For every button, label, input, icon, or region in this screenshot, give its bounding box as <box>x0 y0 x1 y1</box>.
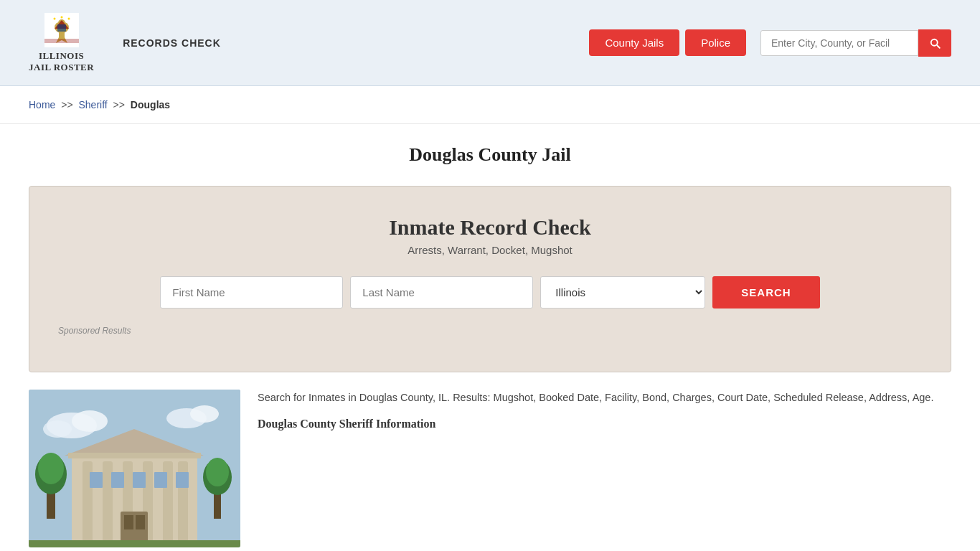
svg-rect-32 <box>90 472 103 488</box>
header-search-button[interactable] <box>918 29 951 57</box>
svg-rect-38 <box>124 515 133 529</box>
first-name-input[interactable] <box>160 276 343 309</box>
breadcrumb: Home >> Sheriff >> Douglas <box>29 99 951 110</box>
svg-rect-33 <box>111 472 124 488</box>
svg-rect-39 <box>136 515 145 529</box>
last-name-input[interactable] <box>350 276 533 309</box>
svg-point-16 <box>190 405 219 423</box>
inmate-search-container: Inmate Record Check Arrests, Warrant, Do… <box>29 186 951 372</box>
site-logo[interactable]: ILLINOISJAIL ROSTER <box>29 13 94 72</box>
logo-text: ILLINOISJAIL ROSTER <box>29 50 94 72</box>
inmate-search-title: Inmate Record Check <box>58 215 922 240</box>
svg-rect-42 <box>29 540 240 547</box>
search-button[interactable]: SEARCH <box>712 276 819 309</box>
police-button[interactable]: Police <box>685 29 746 56</box>
svg-rect-10 <box>44 39 79 43</box>
header-search-input[interactable] <box>760 30 918 56</box>
breadcrumb-bar: Home >> Sheriff >> Douglas <box>0 86 980 124</box>
svg-rect-6 <box>57 24 66 32</box>
content-subheading: Douglas County Sheriff Information <box>258 418 951 430</box>
breadcrumb-home[interactable]: Home <box>29 99 55 110</box>
state-select[interactable]: IllinoisAlabamaAlaskaArizonaArkansasCali… <box>540 276 705 309</box>
illinois-flag-icon <box>44 13 79 47</box>
svg-rect-35 <box>154 472 167 488</box>
content-text: Search for Inmates in Douglas County, IL… <box>258 390 951 430</box>
header-search <box>760 29 951 57</box>
records-check-label: RECORDS CHECK <box>123 37 221 49</box>
svg-point-9 <box>67 18 70 20</box>
county-jails-button[interactable]: County Jails <box>589 29 679 56</box>
building-illustration <box>29 390 240 547</box>
breadcrumb-sep1: >> <box>61 99 72 110</box>
search-icon <box>928 37 941 50</box>
site-header: ILLINOISJAIL ROSTER RECORDS CHECK County… <box>0 0 980 86</box>
breadcrumb-current: Douglas <box>131 99 170 110</box>
inmate-search-subtitle: Arrests, Warrant, Docket, Mugshot <box>58 244 922 256</box>
svg-rect-36 <box>176 472 189 488</box>
svg-point-22 <box>206 458 229 486</box>
svg-point-14 <box>43 420 72 438</box>
facility-image <box>29 390 240 547</box>
content-description: Search for Inmates in Douglas County, IL… <box>258 390 951 406</box>
inmate-form: IllinoisAlabamaAlaskaArizonaArkansasCali… <box>58 276 922 309</box>
page-title: Douglas County Jail <box>29 144 951 166</box>
svg-point-13 <box>72 410 108 432</box>
sponsored-results-label: Sponsored Results <box>58 326 922 336</box>
main-nav: County Jails Police <box>589 29 951 57</box>
svg-rect-25 <box>103 461 113 547</box>
svg-point-8 <box>60 17 62 19</box>
svg-point-19 <box>38 453 64 484</box>
page-title-section: Douglas County Jail <box>0 124 980 173</box>
content-section: Search for Inmates in Douglas County, IL… <box>0 390 980 551</box>
svg-point-7 <box>53 18 55 20</box>
svg-rect-34 <box>133 472 146 488</box>
svg-rect-31 <box>68 453 201 458</box>
breadcrumb-sep2: >> <box>113 99 125 110</box>
breadcrumb-sheriff[interactable]: Sheriff <box>79 99 108 110</box>
